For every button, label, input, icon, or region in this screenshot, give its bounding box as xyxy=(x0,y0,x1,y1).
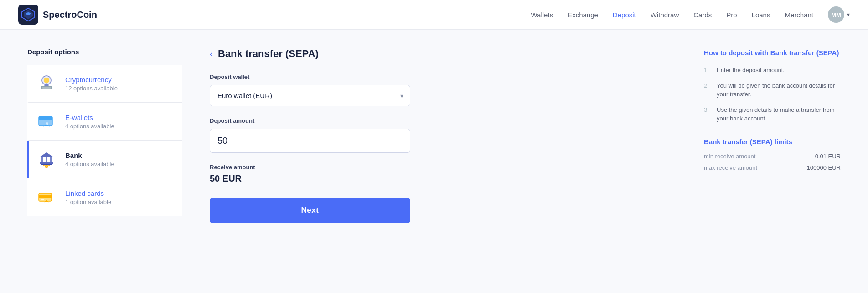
svg-point-2 xyxy=(44,78,49,83)
svg-rect-12 xyxy=(50,157,52,162)
nav-deposit[interactable]: Deposit xyxy=(613,11,636,19)
nav-loans[interactable]: Loans xyxy=(752,11,770,19)
limits-title: Bank transfer (SEPA) limits xyxy=(704,138,841,146)
step-1-num: 1 xyxy=(704,66,711,75)
logo-icon xyxy=(18,5,38,25)
deposit-amount-section: Deposit amount xyxy=(210,117,667,153)
svg-rect-18 xyxy=(41,199,44,200)
svg-rect-11 xyxy=(46,157,47,162)
main-nav: Wallets Exchange Deposit Withdraw Cards … xyxy=(531,6,850,23)
bank-name: Bank xyxy=(65,152,114,159)
steps-list: 1 Enter the deposit amount. 2 You will b… xyxy=(704,66,841,123)
linked-cards-info: Linked cards 1 option available xyxy=(65,189,111,205)
ewallet-icon xyxy=(36,111,57,132)
deposit-amount-label: Deposit amount xyxy=(210,117,667,124)
deposit-wallet-select[interactable]: Euro wallet (EUR) xyxy=(210,85,410,106)
main-content: Deposit options Cryptocurrency 12 option… xyxy=(0,30,868,241)
nav-merchant[interactable]: Merchant xyxy=(785,11,813,19)
nav-wallets[interactable]: Wallets xyxy=(531,11,553,19)
crypto-sub: 12 options available xyxy=(65,85,118,92)
option-cryptocurrency[interactable]: Cryptocurrency 12 options available xyxy=(27,65,182,103)
linked-cards-icon xyxy=(36,187,57,208)
max-receive-label: max receive amount xyxy=(704,164,757,171)
linked-cards-name: Linked cards xyxy=(65,189,111,197)
bank-sub: 4 options available xyxy=(65,161,114,167)
svg-rect-10 xyxy=(41,157,43,162)
chevron-down-icon: ▾ xyxy=(847,11,850,18)
option-linked-cards[interactable]: Linked cards 1 option available xyxy=(27,178,182,216)
crypto-info: Cryptocurrency 12 options available xyxy=(65,76,118,92)
receive-amount-value: 50 EUR xyxy=(210,173,667,184)
right-panel: How to deposit with Bank transfer (SEPA)… xyxy=(695,48,841,223)
option-bank[interactable]: Bank 4 options available xyxy=(27,141,182,178)
logo-text: SpectroCoin xyxy=(43,10,97,20)
step-2-num: 2 xyxy=(704,81,711,99)
deposit-amount-input[interactable] xyxy=(210,129,410,153)
center-panel: ‹ Bank transfer (SEPA) Deposit wallet Eu… xyxy=(182,48,695,223)
step-2: 2 You will be given the bank account det… xyxy=(704,81,841,99)
logo[interactable]: SpectroCoin xyxy=(18,5,97,25)
ewallet-sub: 4 options available xyxy=(65,123,114,130)
option-ewallets[interactable]: E-wallets 4 options available xyxy=(27,103,182,141)
left-panel: Deposit options Cryptocurrency 12 option… xyxy=(27,48,182,223)
step-3-num: 3 xyxy=(704,105,711,123)
svg-rect-13 xyxy=(40,162,53,164)
nav-exchange[interactable]: Exchange xyxy=(568,11,598,19)
avatar: MM xyxy=(828,6,844,23)
step-1: 1 Enter the deposit amount. xyxy=(704,66,841,75)
min-receive-row: min receive amount 0.01 EUR xyxy=(704,153,841,160)
deposit-wallet-select-wrapper: Euro wallet (EUR) ▾ xyxy=(210,85,410,106)
nav-pro[interactable]: Pro xyxy=(726,11,737,19)
crypto-icon xyxy=(36,73,57,94)
deposit-wallet-label: Deposit wallet xyxy=(210,73,667,80)
linked-cards-sub: 1 option available xyxy=(65,199,111,205)
ewallet-info: E-wallets 4 options available xyxy=(65,114,114,130)
max-receive-row: max receive amount 100000 EUR xyxy=(704,164,841,171)
user-menu[interactable]: MM ▾ xyxy=(828,6,850,23)
step-1-text: Enter the deposit amount. xyxy=(717,66,785,75)
nav-cards[interactable]: Cards xyxy=(693,11,712,19)
svg-point-15 xyxy=(45,165,48,168)
next-button[interactable]: Next xyxy=(210,198,410,223)
back-header: ‹ Bank transfer (SEPA) xyxy=(210,48,667,60)
svg-marker-9 xyxy=(40,152,53,157)
receive-amount-label: Receive amount xyxy=(210,164,667,171)
crypto-name: Cryptocurrency xyxy=(65,76,118,84)
bank-icon xyxy=(36,149,57,170)
nav-withdraw[interactable]: Withdraw xyxy=(651,11,679,19)
min-receive-value: 0.01 EUR xyxy=(815,153,841,160)
back-button[interactable]: ‹ xyxy=(210,49,212,59)
receive-amount-section: Receive amount 50 EUR xyxy=(210,164,667,184)
step-2-text: You will be given the bank account detai… xyxy=(717,81,841,99)
deposit-options-title: Deposit options xyxy=(27,48,182,56)
svg-rect-17 xyxy=(39,195,52,198)
min-receive-label: min receive amount xyxy=(704,153,755,160)
how-to-title: How to deposit with Bank transfer (SEPA) xyxy=(704,48,841,58)
step-3-text: Use the given details to make a transfer… xyxy=(717,105,841,123)
max-receive-value: 100000 EUR xyxy=(807,164,841,171)
svg-rect-4 xyxy=(42,87,51,89)
bank-info: Bank 4 options available xyxy=(65,152,114,167)
deposit-wallet-section: Deposit wallet Euro wallet (EUR) ▾ xyxy=(210,73,667,106)
page-title: Bank transfer (SEPA) xyxy=(218,48,319,60)
svg-rect-7 xyxy=(39,118,52,120)
step-3: 3 Use the given details to make a transf… xyxy=(704,105,841,123)
ewallet-name: E-wallets xyxy=(65,114,114,121)
